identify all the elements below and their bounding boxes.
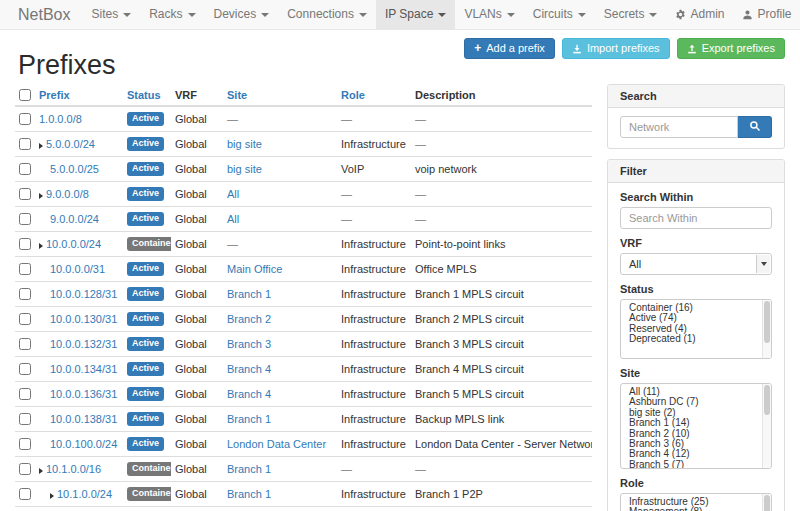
table-row: 9.0.0.0/24 Active Global All — — — [15, 207, 592, 232]
prefix-link[interactable]: 9.0.0.0/8 — [46, 188, 89, 200]
site-link[interactable]: big site — [227, 138, 262, 150]
site-link[interactable]: big site — [227, 163, 262, 175]
main-menu: Sites Racks Devices Connections IP Space… — [82, 0, 666, 29]
status-badge: Active — [127, 187, 164, 201]
row-checkbox[interactable] — [19, 488, 31, 500]
sort-site-header[interactable]: Site — [227, 89, 247, 101]
row-checkbox[interactable] — [19, 163, 31, 175]
row-checkbox[interactable] — [19, 288, 31, 300]
role-listbox[interactable]: Infrastructure (25)Management (8)Private… — [620, 493, 772, 511]
prefix-link[interactable]: 10.0.0.138/31 — [50, 413, 117, 425]
status-badge: Active — [127, 212, 164, 226]
site-link[interactable]: All — [227, 188, 239, 200]
sort-status-header[interactable]: Status — [127, 89, 161, 101]
vrf-value: Global — [175, 363, 207, 375]
status-badge: Container — [127, 487, 171, 501]
search-within-input[interactable] — [620, 207, 772, 229]
row-checkbox[interactable] — [19, 238, 31, 250]
site-listbox[interactable]: All (11)Ashburn DC (7)big site (2)Branch… — [620, 383, 772, 469]
vrf-select[interactable]: All — [620, 253, 772, 275]
site-link[interactable]: Main Office — [227, 263, 282, 275]
site-link[interactable]: Branch 4 — [227, 363, 271, 375]
site-link[interactable]: Branch 2 — [227, 313, 271, 325]
prefix-link[interactable]: 10.0.0.0/31 — [50, 263, 105, 275]
scrollbar[interactable] — [762, 494, 771, 511]
table-row: 10.0.0.0/24 Container Global — Infrastru… — [15, 232, 592, 257]
row-checkbox[interactable] — [19, 213, 31, 225]
role-value: Infrastructure — [341, 138, 406, 150]
nav-item-secrets[interactable]: Secrets — [595, 0, 667, 29]
prefix-link[interactable]: 10.0.0.128/31 — [50, 288, 117, 300]
prefix-link[interactable]: 10.1.0.0/24 — [57, 488, 112, 500]
prefix-link[interactable]: 10.0.0.134/31 — [50, 363, 117, 375]
row-checkbox[interactable] — [19, 138, 31, 150]
profile-link[interactable]: Profile — [733, 0, 800, 29]
sort-prefix-header[interactable]: Prefix — [39, 89, 70, 101]
search-button[interactable] — [738, 116, 772, 138]
prefix-link[interactable]: 1.0.0.0/8 — [39, 113, 82, 125]
listbox-option[interactable]: Management (8) — [627, 507, 761, 511]
prefix-link[interactable]: 5.0.0.0/24 — [46, 138, 95, 150]
row-checkbox[interactable] — [19, 463, 31, 475]
vrf-value: Global — [175, 388, 207, 400]
site-link[interactable]: Branch 1 — [227, 288, 271, 300]
prefix-link[interactable]: 10.0.0.132/31 — [50, 338, 117, 350]
row-checkbox[interactable] — [19, 188, 31, 200]
vrf-value: Global — [175, 163, 207, 175]
row-checkbox[interactable] — [19, 413, 31, 425]
site-link[interactable]: London Data Center — [227, 438, 326, 450]
nav-item-devices[interactable]: Devices — [205, 0, 279, 29]
row-checkbox[interactable] — [19, 363, 31, 375]
prefix-link[interactable]: 10.0.0.130/31 — [50, 313, 117, 325]
listbox-option[interactable]: Deprecated (1) — [627, 334, 761, 344]
vrf-value: Global — [175, 138, 207, 150]
site-link[interactable]: Branch 4 — [227, 388, 271, 400]
status-listbox[interactable]: Container (16)Active (74)Reserved (4)Dep… — [620, 299, 772, 359]
row-checkbox[interactable] — [19, 113, 31, 125]
add-prefix-button[interactable]: + Add a prefix — [464, 38, 555, 59]
export-prefixes-button[interactable]: Export prefixes — [677, 38, 785, 59]
nav-item-circuits[interactable]: Circuits — [524, 0, 595, 29]
row-checkbox[interactable] — [19, 388, 31, 400]
role-value: — — [341, 463, 352, 475]
filter-panel: Filter Search Within VRF All Status Cont… — [607, 159, 785, 511]
prefix-link[interactable]: 10.1.0.0/16 — [46, 463, 101, 475]
prefix-link[interactable]: 10.0.100.0/24 — [50, 438, 117, 450]
site-link[interactable]: Branch 1 — [227, 488, 271, 500]
plus-icon: + — [474, 43, 481, 54]
navbar-right: Admin Profile Log out — [666, 0, 800, 29]
status-badge: Container — [127, 237, 171, 251]
search-panel-title: Search — [608, 85, 784, 108]
row-checkbox[interactable] — [19, 338, 31, 350]
admin-link[interactable]: Admin — [666, 0, 733, 29]
site-link[interactable]: All — [227, 213, 239, 225]
netbox-logo[interactable]: NetBox — [12, 0, 82, 29]
select-all-checkbox[interactable] — [19, 89, 31, 101]
nav-item-connections[interactable]: Connections — [278, 0, 376, 29]
listbox-option[interactable]: Branch 5 (7) — [627, 460, 761, 469]
scrollbar[interactable] — [762, 300, 771, 358]
vrf-value: Global — [175, 488, 207, 500]
search-input[interactable] — [620, 116, 738, 138]
row-checkbox[interactable] — [19, 263, 31, 275]
import-prefixes-button[interactable]: Import prefixes — [562, 38, 670, 59]
status-filter-label: Status — [620, 283, 772, 295]
row-checkbox[interactable] — [19, 438, 31, 450]
prefix-link[interactable]: 10.0.0.136/31 — [50, 388, 117, 400]
site-link[interactable]: Branch 1 — [227, 463, 271, 475]
nav-item-ip-space[interactable]: IP Space — [376, 0, 455, 29]
sort-role-header[interactable]: Role — [341, 89, 365, 101]
prefix-link[interactable]: 10.0.0.0/24 — [46, 238, 101, 250]
nav-item-racks[interactable]: Racks — [140, 0, 204, 29]
vrf-value: Global — [175, 288, 207, 300]
description-value: Branch 3 MPLS circuit — [415, 338, 524, 350]
nav-item-vlans[interactable]: VLANs — [455, 0, 523, 29]
row-checkbox[interactable] — [19, 313, 31, 325]
nav-item-sites[interactable]: Sites — [82, 0, 140, 29]
prefix-link[interactable]: 9.0.0.0/24 — [50, 213, 99, 225]
site-link[interactable]: Branch 3 — [227, 338, 271, 350]
scrollbar[interactable] — [762, 384, 771, 468]
prefix-link[interactable]: 5.0.0.0/25 — [50, 163, 99, 175]
site-link[interactable]: Branch 1 — [227, 413, 271, 425]
role-value: Infrastructure — [341, 338, 406, 350]
